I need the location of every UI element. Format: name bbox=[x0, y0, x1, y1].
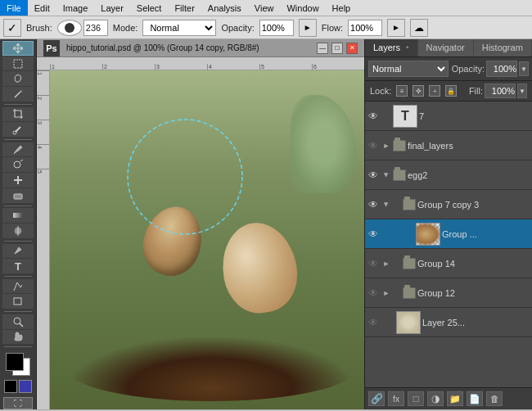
menu-window[interactable]: Window bbox=[280, 0, 325, 16]
opacity-arrow[interactable]: ► bbox=[299, 19, 317, 37]
fill-label: Fill: bbox=[469, 86, 483, 96]
dodge-tool[interactable] bbox=[2, 224, 34, 238]
adjustment-btn[interactable]: ◑ bbox=[427, 391, 444, 406]
menu-view[interactable]: View bbox=[248, 0, 281, 16]
tab-histogram[interactable]: Histogram bbox=[474, 39, 532, 56]
eraser-tool[interactable] bbox=[2, 188, 34, 203]
menu-edit[interactable]: Edit bbox=[28, 0, 56, 16]
add-mask-btn[interactable]: □ bbox=[408, 391, 424, 406]
tab-navigator[interactable]: Navigator bbox=[418, 39, 474, 56]
mode-select[interactable]: Normal bbox=[142, 20, 216, 36]
layer-name-egg2: egg2 bbox=[408, 170, 530, 180]
toolbar: T ⛶ bbox=[0, 39, 37, 409]
layer-item-egg2[interactable]: 👁 ► egg2 bbox=[365, 160, 532, 190]
flow-input[interactable] bbox=[348, 20, 382, 36]
opacity-stepper[interactable]: ▼ bbox=[519, 61, 529, 76]
lasso-tool[interactable] bbox=[2, 71, 34, 86]
magic-wand[interactable] bbox=[2, 87, 34, 102]
quick-mask-icon[interactable] bbox=[4, 380, 17, 393]
menu-layer[interactable]: Layer bbox=[94, 0, 130, 16]
fill-value-input[interactable] bbox=[485, 84, 516, 98]
delete-layer-btn[interactable]: 🗑 bbox=[486, 391, 503, 406]
opacity-value-input[interactable] bbox=[486, 61, 517, 77]
fx-btn[interactable]: fx bbox=[388, 391, 404, 406]
tab-layers[interactable]: Layers * bbox=[365, 39, 418, 56]
layer-expand-egg2[interactable]: ► bbox=[381, 170, 391, 180]
gradient-tool[interactable] bbox=[2, 208, 34, 223]
layers-tab-close-indicator: * bbox=[406, 44, 409, 52]
menu-select[interactable]: Select bbox=[130, 0, 169, 16]
path-tool[interactable] bbox=[2, 279, 34, 294]
brush-tool[interactable] bbox=[2, 142, 34, 157]
tool-selector[interactable]: ✓ bbox=[3, 19, 21, 37]
layer-eye-7[interactable]: 👁 bbox=[367, 110, 380, 123]
flow-arrow[interactable]: ► bbox=[387, 19, 405, 37]
color-picker[interactable] bbox=[2, 353, 34, 376]
layer-expand-7[interactable] bbox=[381, 111, 391, 121]
layer-name-group12: Group 12 bbox=[417, 288, 530, 298]
healing-tool[interactable] bbox=[2, 173, 34, 187]
new-group-btn[interactable]: 📁 bbox=[447, 391, 463, 406]
move-tool[interactable] bbox=[2, 41, 34, 56]
brush-size-input[interactable] bbox=[83, 20, 108, 36]
menu-analysis[interactable]: Analysis bbox=[201, 0, 248, 16]
layer-expand-final-layers[interactable]: ► bbox=[381, 141, 391, 151]
crop-tool[interactable] bbox=[2, 107, 34, 122]
toolbar-separator-6 bbox=[4, 311, 32, 312]
flow-label: Flow: bbox=[322, 23, 343, 33]
menu-image[interactable]: Image bbox=[56, 0, 95, 16]
blend-mode-select[interactable]: Normal bbox=[368, 61, 449, 77]
layer-item-layer25[interactable]: 👁 Layer 25... bbox=[365, 308, 532, 337]
menu-file[interactable]: File bbox=[0, 0, 28, 16]
brush-preview[interactable] bbox=[57, 20, 82, 36]
toolbar-separator-2 bbox=[4, 139, 32, 140]
change-screen-btn[interactable]: ⛶ bbox=[3, 397, 33, 409]
eyedropper-tool[interactable] bbox=[2, 122, 34, 137]
layer-expand-group14[interactable]: ► bbox=[381, 259, 391, 269]
layer-eye-group-active[interactable]: 👁 bbox=[367, 228, 380, 241]
close-btn[interactable]: ✕ bbox=[346, 43, 358, 54]
layer-item-7[interactable]: 👁 T 7 bbox=[365, 102, 532, 131]
zoom-tool[interactable] bbox=[2, 314, 34, 329]
pen-tool[interactable] bbox=[2, 244, 34, 259]
lock-pixels-btn[interactable]: ≡ bbox=[396, 85, 408, 97]
foreground-color-box[interactable] bbox=[6, 353, 24, 371]
layer-eye-final-layers[interactable]: 👁 bbox=[367, 139, 380, 152]
fill-stepper[interactable]: ▼ bbox=[517, 84, 527, 98]
shape-tool[interactable] bbox=[2, 294, 34, 309]
layers-lock-row: Lock: ≡ ✜ + 🔒 Fill: ▼ bbox=[365, 81, 532, 102]
fill-control: Fill: ▼ bbox=[469, 84, 527, 98]
lock-all-btn[interactable]: 🔒 bbox=[445, 85, 457, 97]
layer-item-group7copy3[interactable]: 👁 ► Group 7 copy 3 bbox=[365, 190, 532, 219]
minimize-btn[interactable]: — bbox=[317, 43, 328, 54]
layer-eye-group7copy3[interactable]: 👁 bbox=[367, 198, 380, 211]
opacity-input[interactable] bbox=[259, 20, 294, 36]
layer-name-final-layers: final_layers bbox=[408, 141, 530, 151]
lock-label: Lock: bbox=[370, 86, 391, 96]
layer-eye-group14[interactable]: 👁 bbox=[367, 257, 380, 270]
screen-mode-icon[interactable] bbox=[19, 380, 32, 393]
layer-expand-group7copy3[interactable]: ► bbox=[381, 200, 391, 210]
marquee-tool[interactable] bbox=[2, 56, 34, 71]
restore-btn[interactable]: □ bbox=[331, 43, 343, 54]
menu-help[interactable]: Help bbox=[326, 0, 358, 16]
layer-expand-group12[interactable]: ► bbox=[381, 288, 391, 298]
layer-item-group12[interactable]: 👁 ► Group 12 bbox=[365, 278, 532, 308]
layer-item-group-active[interactable]: 👁 Group ... bbox=[365, 219, 532, 249]
lock-position-btn[interactable]: ✜ bbox=[413, 85, 424, 97]
clone-tool[interactable] bbox=[2, 157, 34, 172]
layer-thumb-layer25 bbox=[396, 311, 421, 334]
layer-item-final-layers[interactable]: 👁 ► final_layers bbox=[365, 131, 532, 160]
menu-filter[interactable]: Filter bbox=[168, 0, 201, 16]
new-layer-btn[interactable]: 📄 bbox=[467, 391, 483, 406]
link-layers-btn[interactable]: 🔗 bbox=[368, 391, 385, 406]
lock-move-btn[interactable]: + bbox=[429, 85, 440, 97]
layer-eye-group12[interactable]: 👁 bbox=[367, 287, 380, 300]
layer-item-group14[interactable]: 👁 ► Group 14 bbox=[365, 249, 532, 278]
layer-eye-egg2[interactable]: 👁 bbox=[367, 169, 380, 182]
canvas-content[interactable] bbox=[37, 57, 364, 409]
hand-tool[interactable] bbox=[2, 330, 34, 345]
text-tool[interactable]: T bbox=[2, 259, 34, 273]
airbrush-btn[interactable]: ☁ bbox=[410, 19, 428, 37]
layer-eye-layer25[interactable]: 👁 bbox=[367, 316, 380, 329]
